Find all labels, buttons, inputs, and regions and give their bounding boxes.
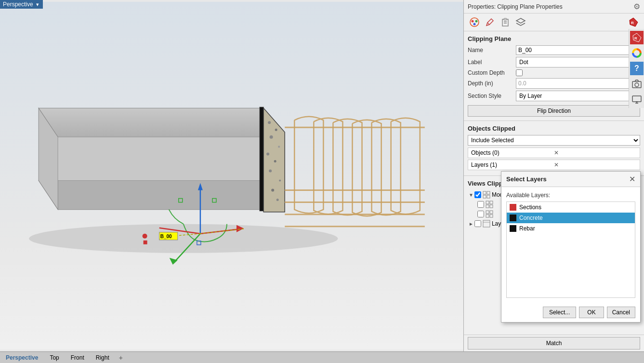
svg-marker-6 (58, 137, 261, 180)
pencil-icon[interactable] (483, 15, 497, 29)
svg-rect-71 (486, 215, 489, 217)
dialog-close-btn[interactable]: ✕ (629, 175, 635, 184)
cancel-btn[interactable]: Cancel (607, 307, 635, 318)
tab-top[interactable]: Top (48, 353, 61, 362)
layout-arrow: ► (469, 221, 473, 227)
svg-point-14 (274, 160, 276, 162)
concrete-color (510, 215, 516, 221)
grid-icon-child2 (486, 210, 493, 218)
svg-point-17 (271, 189, 274, 192)
add-viewport-btn[interactable]: + (119, 354, 123, 362)
svg-rect-34 (144, 241, 147, 244)
sections-label: Sections (519, 204, 541, 211)
svg-rect-69 (486, 211, 489, 214)
viewport-panel: Perspective ▾ (0, 0, 463, 351)
depth-row: Depth (in) ▲ ▼ (468, 78, 640, 89)
grid-icon (483, 191, 490, 199)
objects-clipped-title: Objects Clipped (468, 125, 640, 132)
model-child1-checkbox[interactable] (477, 201, 484, 208)
select-btn[interactable]: Select... (543, 307, 576, 318)
svg-text:R: R (631, 21, 634, 25)
layer-item-sections[interactable]: Sections (507, 202, 635, 213)
svg-text:R: R (634, 36, 637, 40)
svg-point-18 (276, 199, 279, 201)
sidebar-header: Properties: Clipping Plane Properties ⚙ (464, 0, 644, 13)
gear-icon[interactable]: ⚙ (633, 2, 640, 11)
dialog-title-bar: Select Layers ✕ (501, 172, 640, 187)
svg-rect-7 (260, 107, 263, 211)
sections-color (510, 204, 516, 211)
name-input[interactable] (516, 45, 640, 55)
clipping-plane-panel: Clipping Plane Name Label Dot Custom Dep… (464, 31, 644, 121)
rhino-logo-icon[interactable]: R (627, 15, 640, 29)
flip-direction-btn[interactable]: Flip Direction (468, 105, 640, 117)
model-child2-checkbox[interactable] (477, 211, 484, 217)
label-select[interactable]: Dot (516, 57, 640, 67)
svg-rect-63 (483, 195, 486, 198)
svg-point-16 (279, 180, 281, 182)
color-wheel-icon[interactable] (630, 46, 644, 60)
dialog-body: Available Layers: Sections Concrete Reba… (501, 187, 640, 303)
tab-front[interactable]: Front (69, 353, 86, 362)
svg-rect-64 (487, 195, 490, 198)
svg-rect-62 (487, 191, 490, 194)
name-row: Name (468, 45, 640, 55)
svg-rect-57 (632, 96, 641, 102)
custom-depth-label: Custom Depth (468, 69, 516, 76)
question-icon[interactable]: ? (630, 62, 644, 75)
camera-icon[interactable] (630, 77, 644, 91)
svg-point-42 (475, 20, 478, 23)
svg-point-1 (29, 224, 338, 253)
layer-item-rebar[interactable]: Rebar (507, 223, 635, 234)
grid-icon-child1 (486, 201, 493, 208)
svg-point-13 (266, 152, 269, 155)
svg-point-10 (275, 129, 277, 131)
tab-right[interactable]: Right (94, 353, 111, 362)
rebar-label: Rebar (519, 225, 535, 232)
tab-perspective[interactable]: Perspective (4, 353, 40, 362)
depth-input[interactable] (516, 79, 631, 88)
sidebar-header-title: Properties: Clipping Plane Properties (468, 3, 563, 10)
svg-rect-46 (504, 18, 507, 20)
ok-btn[interactable]: OK (579, 307, 604, 318)
svg-point-15 (269, 169, 272, 172)
depth-label: Depth (in) (468, 80, 516, 87)
layers-icon[interactable] (514, 15, 527, 29)
svg-rect-72 (490, 215, 493, 217)
svg-rect-67 (486, 205, 489, 208)
svg-point-9 (268, 121, 271, 124)
depth-input-wrap: ▲ ▼ (516, 78, 640, 89)
custom-depth-checkbox[interactable] (516, 69, 523, 76)
layers-count-label: Layers (1) (471, 161, 554, 168)
status-bar: Perspective Top Front Right + (0, 351, 644, 363)
svg-point-56 (635, 83, 639, 87)
clipboard-icon[interactable] (499, 15, 512, 29)
svg-text:B_00: B_00 (160, 234, 172, 239)
objects-select-row: Include Selected (468, 135, 640, 146)
layer-item-concrete[interactable]: Concrete (507, 213, 635, 223)
svg-point-24 (143, 234, 147, 239)
viewport-dropdown-btn[interactable]: ▾ (35, 1, 40, 8)
rhino-brand-icon[interactable]: R (630, 31, 644, 44)
dialog-footer: Select... OK Cancel (501, 303, 640, 322)
svg-rect-73 (483, 220, 490, 227)
color-icon[interactable] (468, 15, 481, 29)
section-style-select[interactable]: By Layer (516, 91, 640, 101)
layers-remove-btn[interactable]: ✕ (554, 161, 637, 168)
svg-rect-68 (490, 205, 493, 208)
svg-line-44 (487, 23, 489, 25)
layout-checkbox[interactable] (474, 220, 481, 227)
include-selected-dropdown[interactable]: Include Selected (468, 135, 640, 146)
sidebar-bottom: Match (464, 335, 644, 351)
model-arrow: ▼ (469, 192, 473, 198)
monitor-icon[interactable] (630, 93, 644, 106)
svg-rect-61 (483, 191, 486, 194)
label-label: Label (468, 59, 516, 66)
rebar-color (510, 225, 516, 232)
section-style-label: Section Style (468, 93, 516, 99)
objects-remove-btn[interactable]: ✕ (554, 149, 637, 156)
match-btn[interactable]: Match (468, 337, 640, 350)
svg-point-41 (472, 20, 474, 23)
concrete-label: Concrete (519, 215, 543, 221)
model-checkbox[interactable] (474, 191, 481, 198)
